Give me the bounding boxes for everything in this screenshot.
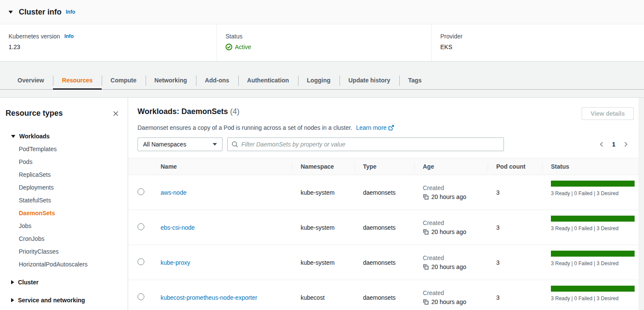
table-header-row: Name Namespace Type Age Pod count Status — [128, 158, 638, 175]
column-header-age: Age — [414, 158, 488, 175]
cluster-info-info-link[interactable]: Info — [66, 9, 75, 15]
kubernetes-version-label: Kubernetes version — [9, 33, 60, 40]
pagination: 1 — [598, 141, 634, 148]
type-cell: daemonsets — [354, 189, 414, 196]
row-select-radio[interactable] — [138, 188, 144, 195]
daemonset-name-link[interactable]: kubecost-prometheus-node-exporter — [161, 294, 257, 301]
namespace-cell: kubecost — [292, 294, 354, 301]
age-cell: Created 20 hours ago — [414, 290, 488, 305]
tab-authentication[interactable]: Authentication — [238, 72, 298, 89]
provider-value: EKS — [440, 44, 644, 50]
table-row: ebs-csi-node kube-system daemonsets Crea… — [128, 210, 638, 245]
daemonsets-panel: Workloads: DaemonSets (4) View details D… — [128, 98, 638, 310]
caret-right-icon — [11, 280, 14, 284]
pod-count-cell: 3 — [488, 294, 542, 301]
search-icon — [231, 141, 238, 148]
row-select-radio[interactable] — [138, 223, 144, 230]
resource-types-title: Resource types — [6, 109, 63, 118]
previous-page-button[interactable] — [598, 141, 605, 148]
sidebar-item-horizontalpodautoscalers[interactable]: HorizontalPodAutoscalers — [0, 258, 128, 271]
table-row: kubecost-prometheus-node-exporter kubeco… — [128, 280, 638, 310]
tab-compute[interactable]: Compute — [102, 72, 146, 89]
sidebar-item-statefulsets[interactable]: StatefulSets — [0, 194, 128, 207]
age-cell: Created 20 hours ago — [414, 254, 488, 270]
provider-field: Provider EKS — [431, 24, 644, 61]
namespace-cell: kube-system — [292, 189, 354, 196]
status-cell: 3 Ready | 0 Failed | 3 Desired — [542, 280, 638, 301]
sidebar-item-jobs[interactable]: Jobs — [0, 219, 128, 232]
namespace-select[interactable]: All Namespaces — [138, 137, 222, 151]
sidebar-section-service-and-networking[interactable]: Service and networking — [0, 294, 128, 307]
sidebar-item-cronjobs[interactable]: CronJobs — [0, 232, 128, 245]
sidebar-item-replicasets[interactable]: ReplicaSets — [0, 168, 128, 181]
provider-label: Provider — [440, 33, 463, 40]
tab-update-history[interactable]: Update history — [340, 72, 399, 89]
filter-search-input[interactable] — [240, 140, 500, 148]
sidebar-item-priorityclasses[interactable]: PriorityClasses — [0, 245, 128, 258]
tab-resources[interactable]: Resources — [53, 72, 102, 89]
tab-tags[interactable]: Tags — [399, 72, 431, 89]
caret-right-icon — [11, 298, 14, 302]
page-title: Cluster info — [19, 8, 61, 17]
chevron-left-icon — [598, 143, 605, 149]
type-cell: daemonsets — [354, 259, 414, 266]
status-cell: 3 Ready | 0 Failed | 3 Desired — [542, 210, 638, 231]
external-link-icon — [388, 125, 394, 131]
status-progress-bar — [551, 216, 635, 222]
cluster-tabs: Overview Resources Compute Networking Ad… — [0, 72, 644, 90]
tab-add-ons[interactable]: Add-ons — [196, 72, 238, 89]
copy-icon[interactable] — [423, 194, 429, 200]
daemonset-name-link[interactable]: kube-proxy — [161, 259, 190, 266]
status-cell: 3 Ready | 0 Failed | 3 Desired — [542, 245, 638, 266]
daemonset-name-link[interactable]: aws-node — [161, 189, 187, 196]
kubernetes-version-info-link[interactable]: Info — [64, 33, 74, 39]
filter-search — [227, 137, 504, 151]
copy-icon[interactable] — [423, 264, 429, 270]
page-gutter — [638, 98, 644, 310]
collapse-section-icon[interactable] — [9, 11, 13, 14]
tab-overview[interactable]: Overview — [9, 72, 53, 89]
caret-down-icon — [213, 143, 217, 146]
item-count: (4) — [230, 107, 240, 116]
row-select-radio[interactable] — [138, 293, 144, 300]
namespace-cell: kube-system — [292, 259, 354, 266]
tab-band: Overview Resources Compute Networking Ad… — [0, 61, 644, 97]
status-progress-bar — [551, 181, 635, 187]
column-header-namespace: Namespace — [292, 158, 354, 175]
sidebar-item-daemonsets[interactable]: DaemonSets — [0, 207, 128, 219]
cluster-info-header: Cluster info Info — [0, 0, 644, 24]
daemonset-name-link[interactable]: ebs-csi-node — [161, 224, 195, 231]
table-title: Workloads: DaemonSets (4) — [138, 107, 240, 116]
sidebar-item-podtemplates[interactable]: PodTemplates — [0, 143, 128, 155]
status-value: Active — [235, 44, 251, 50]
pod-count-cell: 3 — [488, 259, 542, 266]
column-header-status: Status — [542, 158, 638, 175]
sidebar-section-cluster[interactable]: Cluster — [0, 276, 128, 289]
age-cell: Created 20 hours ago — [414, 184, 488, 200]
daemonsets-table: Name Namespace Type Age Pod count Status… — [128, 158, 638, 310]
sidebar-section-workloads[interactable]: Workloads — [0, 130, 128, 143]
row-select-radio[interactable] — [138, 258, 144, 265]
resource-types-panel: Resource types Workloads PodTemplates Po… — [0, 98, 128, 310]
next-page-button[interactable] — [622, 141, 629, 148]
tab-networking[interactable]: Networking — [146, 72, 196, 89]
resource-tree: Workloads PodTemplates Pods ReplicaSets … — [0, 130, 128, 307]
view-details-button[interactable]: View details — [582, 107, 634, 120]
chevron-right-icon — [622, 143, 629, 149]
close-icon — [112, 112, 119, 118]
column-header-name: Name — [152, 158, 292, 175]
sidebar-item-pods[interactable]: Pods — [0, 155, 128, 168]
column-header-type: Type — [354, 158, 414, 175]
sidebar-item-deployments[interactable]: Deployments — [0, 181, 128, 194]
learn-more-link[interactable]: Learn more — [356, 124, 395, 131]
status-progress-bar — [551, 251, 635, 257]
tab-logging[interactable]: Logging — [298, 72, 340, 89]
status-cell: 3 Ready | 0 Failed | 3 Desired — [542, 175, 638, 196]
namespace-select-value: All Namespaces — [143, 141, 186, 148]
copy-icon[interactable] — [423, 299, 429, 305]
copy-icon[interactable] — [423, 229, 429, 235]
type-cell: daemonsets — [354, 224, 414, 231]
status-field: Status Active — [217, 24, 431, 61]
current-page[interactable]: 1 — [612, 141, 615, 148]
close-panel-button[interactable] — [112, 110, 119, 117]
